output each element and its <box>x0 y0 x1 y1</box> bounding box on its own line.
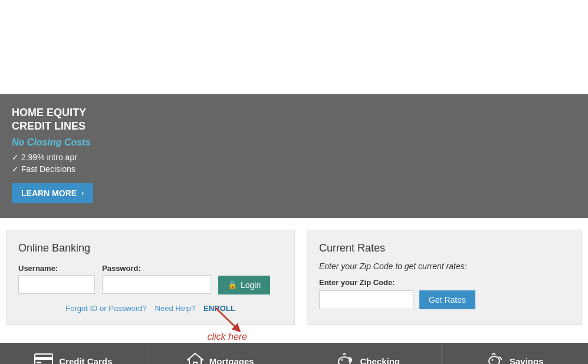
username-group: Username: <box>18 264 95 294</box>
learn-more-button[interactable]: LEARN MORE › <box>12 183 93 203</box>
zip-code-input[interactable] <box>319 290 413 309</box>
current-rates-panel: Current Rates Enter your Zip Code to get… <box>307 230 582 325</box>
online-banking-title: Online Banking <box>18 242 282 254</box>
nav-label-mortgages: Mortgages <box>209 356 254 364</box>
online-banking-panel: Online Banking Username: Password: 🔒 Log… <box>6 230 295 325</box>
zip-row: Get Rates <box>319 290 570 309</box>
hero-banner: HOME EQUITYCREDIT LINES No Closing Costs… <box>0 94 588 218</box>
credit-card-icon <box>34 353 53 364</box>
login-label: Login <box>241 280 261 290</box>
click-here-text: click here <box>207 332 247 342</box>
arrow-icon <box>209 305 245 334</box>
zip-label: Enter your Zip Code: <box>319 278 570 287</box>
checking-icon <box>335 352 354 364</box>
username-input[interactable] <box>18 275 95 294</box>
get-rates-button[interactable]: Get Rates <box>419 290 475 309</box>
password-input[interactable] <box>102 275 211 294</box>
click-here-annotation: click here <box>207 305 247 342</box>
login-form-row: Username: Password: 🔒 Login <box>18 264 282 294</box>
username-label: Username: <box>18 264 95 273</box>
login-button[interactable]: 🔒 Login <box>218 276 270 294</box>
nav-item-savings[interactable]: Savings <box>442 343 589 364</box>
hero-subtitle: No Closing Costs <box>12 137 576 148</box>
main-content: Online Banking Username: Password: 🔒 Log… <box>0 218 588 337</box>
nav-item-mortgages[interactable]: Mortgages <box>147 343 295 364</box>
need-help-link[interactable]: Need Help? <box>155 304 196 313</box>
svg-line-1 <box>215 307 238 329</box>
savings-icon <box>486 352 504 364</box>
feature-item-2: Fast Decisions <box>12 164 576 174</box>
svg-marker-5 <box>188 353 203 364</box>
forgot-link[interactable]: Forgot ID or Password? <box>65 304 146 313</box>
nav-label-checking: Checking <box>360 356 400 364</box>
nav-label-credit-cards: Credit Cards <box>59 356 112 364</box>
learn-more-label: LEARN MORE <box>21 188 77 198</box>
svg-rect-4 <box>37 362 41 363</box>
svg-point-10 <box>491 359 493 360</box>
home-icon <box>187 352 203 364</box>
feature-item-1: 2.99% intro apr <box>12 153 576 162</box>
svg-rect-3 <box>35 357 52 360</box>
top-space <box>0 0 588 94</box>
nav-item-checking[interactable]: Checking <box>294 343 442 364</box>
feature-list: 2.99% intro apr Fast Decisions <box>12 153 576 174</box>
nav-label-savings: Savings <box>510 356 544 364</box>
password-group: Password: <box>102 264 211 294</box>
current-rates-title: Current Rates <box>319 242 570 254</box>
nav-item-credit-cards[interactable]: Credit Cards <box>0 343 147 364</box>
zip-prompt: Enter your Zip Code to get current rates… <box>319 262 570 271</box>
chevron-right-icon: › <box>81 189 84 197</box>
bottom-nav: Credit Cards Mortgages Checking <box>0 343 588 364</box>
password-label: Password: <box>102 264 211 273</box>
lock-icon: 🔒 <box>228 280 237 289</box>
hero-title: HOME EQUITYCREDIT LINES <box>12 106 576 134</box>
svg-point-7 <box>341 359 343 360</box>
